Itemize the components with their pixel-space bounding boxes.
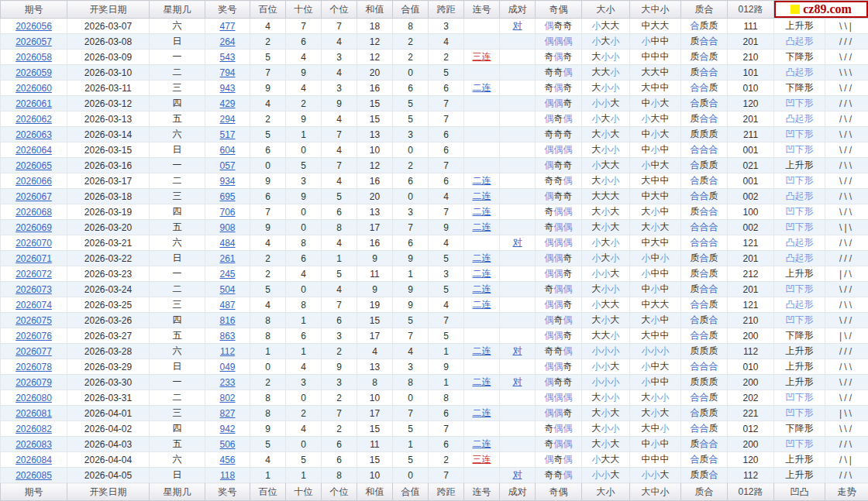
class-char: 合 [691, 160, 700, 170]
issue-link[interactable]: 2026078 [16, 362, 52, 372]
number-link[interactable]: 863 [219, 331, 235, 341]
number-link[interactable]: 057 [219, 160, 235, 171]
issue-link[interactable]: 2026058 [16, 52, 52, 63]
cell-number: 294 [205, 112, 250, 127]
cell-big-small: 小大大 [582, 297, 630, 313]
number-link[interactable]: 484 [219, 238, 235, 249]
issue-link[interactable]: 2026057 [16, 36, 52, 47]
class-char: 小 [651, 314, 660, 325]
pair-link[interactable]: 对 [513, 237, 522, 248]
pair-link[interactable]: 对 [513, 20, 522, 31]
consecutive-link[interactable]: 三连 [473, 454, 491, 465]
issue-link[interactable]: 2026069 [16, 222, 52, 233]
cell-big-mid-small: 大中中 [630, 328, 681, 344]
issue-link[interactable]: 2026059 [16, 67, 52, 78]
class-char: 大 [642, 392, 651, 403]
number-link[interactable]: 695 [219, 191, 235, 202]
number-link[interactable]: 908 [219, 222, 235, 233]
consecutive-link[interactable]: 二连 [473, 268, 491, 279]
issue-link[interactable]: 2026066 [16, 176, 52, 187]
cell-span: 4 [429, 235, 464, 251]
number-link[interactable]: 504 [219, 284, 235, 295]
site-logo-link[interactable]: cz89.com [774, 1, 868, 18]
number-link[interactable]: 264 [219, 36, 235, 47]
consecutive-link[interactable]: 二连 [473, 345, 491, 356]
issue-link[interactable]: 2026068 [16, 207, 52, 218]
class-char: 合 [691, 175, 700, 186]
number-link[interactable]: 816 [219, 315, 235, 326]
issue-link[interactable]: 2026076 [16, 331, 52, 341]
cell-big-mid-small: 大小中 [630, 313, 681, 328]
number-link[interactable]: 429 [219, 98, 235, 109]
number-link[interactable]: 049 [219, 362, 235, 372]
number-link[interactable]: 487 [219, 300, 235, 311]
number-link[interactable]: 543 [219, 52, 235, 63]
consecutive-link[interactable]: 二连 [473, 407, 491, 418]
number-link[interactable]: 517 [219, 129, 235, 140]
issue-link[interactable]: 2026073 [16, 284, 52, 295]
issue-link[interactable]: 2026062 [16, 114, 52, 125]
pair-link[interactable]: 对 [513, 469, 522, 480]
consecutive-link[interactable]: 二连 [473, 82, 491, 93]
consecutive-link[interactable]: 二连 [473, 175, 491, 186]
cell-tens: 0 [286, 204, 322, 220]
pair-link[interactable]: 对 [513, 345, 522, 356]
consecutive-link[interactable]: 二连 [473, 438, 491, 449]
consecutive-link[interactable]: 二连 [473, 221, 491, 232]
cell-trend: /\\ [825, 158, 868, 173]
consecutive-link[interactable]: 二连 [473, 252, 491, 263]
issue-link[interactable]: 2026064 [16, 145, 52, 156]
pair-link[interactable]: 对 [513, 376, 522, 387]
issue-link[interactable]: 2026079 [16, 377, 52, 388]
issue-link[interactable]: 2026085 [16, 470, 52, 481]
number-link[interactable]: 706 [219, 207, 235, 218]
number-link[interactable]: 934 [219, 176, 235, 187]
number-link[interactable]: 245 [219, 269, 235, 280]
issue-link[interactable]: 2026074 [16, 300, 52, 311]
col-footer-prime-composite: 质合 [681, 483, 728, 501]
issue-link[interactable]: 2026065 [16, 160, 52, 171]
issue-link[interactable]: 2026063 [16, 129, 52, 140]
issue-link[interactable]: 2026061 [16, 98, 52, 109]
number-link[interactable]: 943 [219, 83, 235, 94]
issue-link[interactable]: 2026072 [16, 269, 52, 280]
issue-link[interactable]: 2026081 [16, 408, 52, 419]
number-link[interactable]: 477 [219, 21, 235, 32]
consecutive-link[interactable]: 二连 [473, 190, 491, 201]
number-link[interactable]: 604 [219, 145, 235, 156]
cell-shape: 凹下形 [774, 127, 825, 142]
issue-link[interactable]: 2026080 [16, 393, 52, 403]
issue-link[interactable]: 2026071 [16, 253, 52, 264]
issue-link[interactable]: 2026060 [16, 83, 52, 94]
cell-date: 2026-03-17 [67, 173, 150, 189]
class-char: 大 [601, 237, 611, 248]
col-footer-odd-even: 奇偶 [536, 483, 582, 501]
number-link[interactable]: 942 [219, 424, 235, 434]
issue-link[interactable]: 2026070 [16, 238, 52, 249]
issue-link[interactable]: 2026082 [16, 424, 52, 434]
issue-link[interactable]: 2026084 [16, 455, 52, 465]
number-link[interactable]: 794 [219, 67, 235, 78]
issue-link[interactable]: 2026077 [16, 346, 52, 357]
number-link[interactable]: 261 [219, 253, 235, 264]
number-link[interactable]: 802 [219, 393, 235, 403]
consecutive-link[interactable]: 二连 [473, 206, 491, 217]
issue-link[interactable]: 2026083 [16, 439, 52, 450]
number-link[interactable]: 233 [219, 377, 235, 388]
number-link[interactable]: 118 [220, 470, 235, 481]
consecutive-link[interactable]: 二连 [473, 376, 491, 387]
number-link[interactable]: 827 [219, 408, 235, 419]
consecutive-link[interactable]: 三连 [473, 51, 491, 62]
class-char: 偶 [554, 252, 563, 263]
consecutive-link[interactable]: 二连 [473, 283, 491, 294]
number-link[interactable]: 294 [219, 114, 235, 125]
number-link[interactable]: 506 [219, 439, 235, 450]
issue-link[interactable]: 2026067 [16, 191, 52, 202]
class-char: 合 [691, 20, 700, 31]
issue-link[interactable]: 2026056 [16, 21, 52, 32]
class-char: 奇 [563, 51, 573, 62]
consecutive-link[interactable]: 二连 [473, 299, 491, 310]
number-link[interactable]: 112 [220, 346, 235, 357]
number-link[interactable]: 456 [219, 455, 235, 465]
issue-link[interactable]: 2026075 [16, 315, 52, 326]
